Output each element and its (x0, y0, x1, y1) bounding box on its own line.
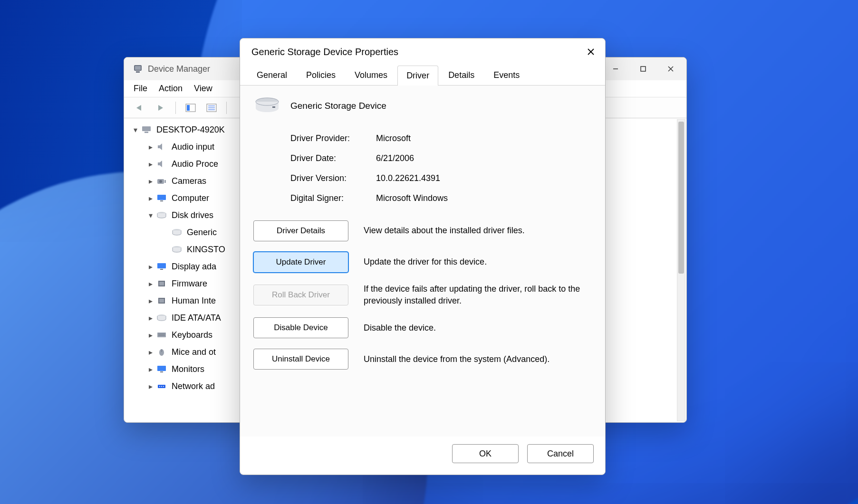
category-icon (155, 176, 168, 186)
roll-back-driver-desc: If the device fails after updating the d… (364, 283, 592, 307)
disable-device-button[interactable]: Disable Device (253, 317, 348, 338)
close-button[interactable] (580, 43, 601, 60)
chevron-right-icon[interactable] (146, 279, 155, 288)
roll-back-driver-button: Roll Back Driver (253, 285, 348, 305)
ok-button[interactable]: OK (452, 444, 519, 463)
show-hide-tree-button[interactable] (183, 100, 199, 116)
close-button[interactable] (657, 59, 684, 78)
svg-rect-18 (157, 195, 166, 200)
svg-rect-13 (142, 126, 151, 131)
scrollbar-thumb[interactable] (678, 122, 684, 274)
category-icon (155, 193, 168, 203)
toolbar-separator (175, 102, 176, 114)
tree-category-label: Firmware (172, 279, 207, 289)
update-driver-button[interactable]: Update Driver (253, 252, 348, 273)
disk-drive-icon (171, 228, 183, 237)
properties-button[interactable] (203, 100, 220, 116)
driver-details-desc: View details about the installed driver … (364, 225, 592, 237)
svg-rect-1 (135, 66, 141, 70)
svg-rect-26 (159, 282, 164, 285)
disk-drive-icon (171, 245, 183, 254)
svg-rect-4 (641, 67, 646, 71)
disable-device-desc: Disable the device. (364, 322, 592, 334)
chevron-right-icon[interactable] (146, 194, 155, 203)
category-icon (155, 159, 168, 169)
category-icon (155, 142, 168, 152)
chevron-down-icon[interactable] (146, 211, 155, 220)
svg-rect-23 (157, 263, 166, 268)
minimize-button[interactable] (602, 59, 629, 78)
category-icon (155, 262, 168, 271)
tab-general[interactable]: General (248, 65, 296, 85)
chevron-right-icon[interactable] (146, 331, 155, 340)
device-name: Generic Storage Device (290, 101, 386, 111)
chevron-right-icon[interactable] (146, 160, 155, 169)
tree-category-label: IDE ATA/ATA (172, 313, 221, 323)
category-icon (155, 279, 168, 288)
menu-action[interactable]: Action (159, 84, 183, 94)
svg-point-40 (163, 386, 164, 387)
driver-version-value: 10.0.22621.4391 (376, 173, 440, 183)
svg-rect-8 (187, 105, 190, 111)
svg-rect-24 (160, 269, 163, 270)
tree-device-label: KINGSTO (187, 245, 225, 255)
tab-events[interactable]: Events (484, 65, 529, 85)
category-icon (155, 313, 168, 323)
forward-button[interactable] (153, 100, 169, 116)
computer-icon (140, 125, 153, 134)
driver-provider-label: Driver Provider: (290, 133, 376, 143)
properties-title: Generic Storage Device Properties (251, 47, 580, 57)
chevron-down-icon[interactable] (131, 125, 140, 134)
tree-root-label: DESKTOP-4920K (156, 125, 225, 135)
tree-category-label: Audio Proce (172, 159, 218, 169)
svg-rect-30 (157, 333, 166, 337)
scrollbar[interactable] (677, 119, 685, 421)
menu-view[interactable]: View (194, 84, 212, 94)
chevron-right-icon[interactable] (146, 177, 155, 186)
chevron-right-icon[interactable] (146, 314, 155, 323)
device-manager-icon (133, 64, 143, 74)
chevron-right-icon[interactable] (146, 262, 155, 271)
maximize-button[interactable] (629, 59, 657, 78)
svg-rect-35 (157, 366, 166, 371)
svg-rect-28 (159, 299, 164, 303)
properties-titlebar[interactable]: Generic Storage Device Properties (240, 38, 605, 65)
digital-signer-label: Digital Signer: (290, 193, 376, 203)
tree-category-label: Keyboards (172, 330, 212, 340)
tab-policies[interactable]: Policies (297, 65, 345, 85)
driver-details-button[interactable]: Driver Details (253, 220, 348, 241)
cancel-button[interactable]: Cancel (527, 444, 594, 463)
tab-driver[interactable]: Driver (397, 66, 438, 86)
category-icon (155, 330, 168, 340)
menu-file[interactable]: File (134, 84, 147, 94)
category-icon (155, 347, 168, 357)
driver-date-label: Driver Date: (290, 153, 376, 163)
tab-details[interactable]: Details (439, 65, 483, 85)
tab-volumes[interactable]: Volumes (346, 65, 396, 85)
driver-version-label: Driver Version: (290, 173, 376, 183)
tree-category-label: Audio input (172, 142, 214, 152)
chevron-right-icon[interactable] (146, 382, 155, 391)
tree-category-label: Monitors (172, 364, 204, 374)
back-button[interactable] (132, 100, 148, 116)
tabs: General Policies Volumes Driver Details … (240, 65, 605, 86)
update-driver-desc: Update the driver for this device. (364, 256, 592, 268)
tree-device-label: Generic (187, 228, 217, 238)
svg-point-39 (161, 386, 162, 387)
chevron-right-icon[interactable] (146, 365, 155, 374)
chevron-right-icon[interactable] (146, 348, 155, 357)
chevron-right-icon[interactable] (146, 296, 155, 305)
tree-category-label: Network ad (172, 381, 215, 391)
svg-rect-45 (272, 106, 275, 108)
svg-rect-14 (145, 132, 148, 133)
category-icon (155, 296, 168, 305)
category-icon (155, 364, 168, 374)
driver-provider-value: Microsoft (376, 133, 411, 143)
uninstall-device-button[interactable]: Uninstall Device (253, 349, 348, 370)
svg-rect-36 (160, 371, 163, 372)
svg-rect-17 (164, 180, 166, 183)
digital-signer-value: Microsoft Windows (376, 193, 448, 203)
tree-category-label: Cameras (172, 176, 206, 186)
driver-date-value: 6/21/2006 (376, 153, 414, 163)
chevron-right-icon[interactable] (146, 143, 155, 152)
